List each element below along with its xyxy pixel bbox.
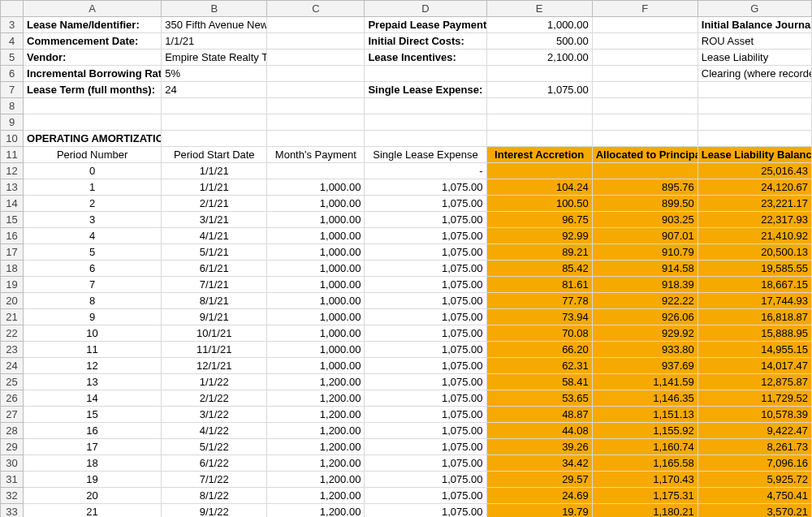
cell-G27[interactable]: 10,578.39 — [698, 407, 811, 423]
row-header-8[interactable]: 8 — [1, 98, 24, 114]
th-lease-liability-balance[interactable]: Lease Liability Balance — [698, 147, 811, 163]
cell-F27[interactable]: 1,151.13 — [592, 407, 698, 423]
cell-F28[interactable]: 1,155.92 — [592, 423, 698, 439]
cell-B20[interactable]: 8/1/21 — [162, 293, 267, 309]
cell-B7[interactable]: 24 — [162, 82, 267, 98]
cell-C10[interactable] — [267, 131, 365, 147]
cell-B15[interactable]: 3/1/21 — [162, 212, 267, 228]
cell-C30[interactable]: 1,200.00 — [267, 455, 365, 472]
row-header-21[interactable]: 21 — [1, 309, 24, 325]
row-header-22[interactable]: 22 — [1, 325, 24, 342]
cell-E23[interactable]: 66.20 — [486, 342, 592, 358]
cell-E13[interactable]: 104.24 — [486, 179, 592, 196]
cell-E8[interactable] — [486, 98, 592, 114]
cell-F17[interactable]: 910.79 — [592, 244, 698, 261]
th-single-lease-expense[interactable]: Single Lease Expense — [365, 147, 486, 163]
cell-D17[interactable]: 1,075.00 — [365, 244, 486, 261]
cell-G21[interactable]: 16,818.87 — [698, 309, 811, 325]
cell-F26[interactable]: 1,146.35 — [592, 390, 698, 407]
cell-D5[interactable]: Lease Incentives: — [365, 50, 486, 66]
cell-A26[interactable]: 14 — [24, 390, 162, 407]
cell-F18[interactable]: 914.58 — [592, 261, 698, 277]
cell-B22[interactable]: 10/1/21 — [162, 325, 267, 342]
spreadsheet[interactable]: A B C D E F G 3 Lease Name/Identifier: 3… — [0, 0, 812, 517]
cell-G8[interactable] — [698, 98, 811, 114]
cell-B21[interactable]: 9/1/21 — [162, 309, 267, 325]
cell-B26[interactable]: 2/1/22 — [162, 390, 267, 407]
cell-A21[interactable]: 9 — [24, 309, 162, 325]
cell-B14[interactable]: 2/1/21 — [162, 196, 267, 212]
cell-B8[interactable] — [162, 98, 267, 114]
col-header-B[interactable]: B — [162, 1, 267, 17]
cell-B24[interactable]: 12/1/21 — [162, 358, 267, 374]
row-header-33[interactable]: 33 — [1, 504, 24, 518]
cell-D33[interactable]: 1,075.00 — [365, 504, 486, 518]
cell-G5[interactable]: Lease Liability — [698, 50, 811, 66]
cell-B32[interactable]: 8/1/22 — [162, 488, 267, 504]
cell-E19[interactable]: 81.61 — [486, 277, 592, 293]
cell-E9[interactable] — [486, 114, 592, 131]
cell-D28[interactable]: 1,075.00 — [365, 423, 486, 439]
cell-G23[interactable]: 14,955.15 — [698, 342, 811, 358]
cell-E5[interactable]: 2,100.00 — [486, 50, 592, 66]
cell-E27[interactable]: 48.87 — [486, 407, 592, 423]
row-header-19[interactable]: 19 — [1, 277, 24, 293]
cell-F3[interactable] — [592, 17, 698, 33]
row-header-18[interactable]: 18 — [1, 261, 24, 277]
row-header-10[interactable]: 10 — [1, 131, 24, 147]
row-header-17[interactable]: 17 — [1, 244, 24, 261]
cell-F5[interactable] — [592, 50, 698, 66]
cell-B5[interactable]: Empire State Realty Trust — [162, 50, 267, 66]
cell-F23[interactable]: 933.80 — [592, 342, 698, 358]
cell-F14[interactable]: 899.50 — [592, 196, 698, 212]
cell-C12[interactable] — [267, 163, 365, 179]
cell-C28[interactable]: 1,200.00 — [267, 423, 365, 439]
cell-G26[interactable]: 11,729.52 — [698, 390, 811, 407]
row-header-25[interactable]: 25 — [1, 374, 24, 390]
cell-D19[interactable]: 1,075.00 — [365, 277, 486, 293]
cell-C16[interactable]: 1,000.00 — [267, 228, 365, 244]
row-header-30[interactable]: 30 — [1, 455, 24, 472]
cell-D16[interactable]: 1,075.00 — [365, 228, 486, 244]
cell-B18[interactable]: 6/1/21 — [162, 261, 267, 277]
cell-F4[interactable] — [592, 33, 698, 50]
cell-B19[interactable]: 7/1/21 — [162, 277, 267, 293]
cell-A19[interactable]: 7 — [24, 277, 162, 293]
row-header-7[interactable]: 7 — [1, 82, 24, 98]
cell-D10[interactable] — [365, 131, 486, 147]
cell-G14[interactable]: 23,221.17 — [698, 196, 811, 212]
row-header-5[interactable]: 5 — [1, 50, 24, 66]
cell-F29[interactable]: 1,160.74 — [592, 439, 698, 455]
cell-F30[interactable]: 1,165.58 — [592, 455, 698, 472]
cell-E4[interactable]: 500.00 — [486, 33, 592, 50]
cell-A32[interactable]: 20 — [24, 488, 162, 504]
cell-D20[interactable]: 1,075.00 — [365, 293, 486, 309]
cell-C7[interactable] — [267, 82, 365, 98]
cell-E17[interactable]: 89.21 — [486, 244, 592, 261]
cell-B33[interactable]: 9/1/22 — [162, 504, 267, 518]
cell-A23[interactable]: 11 — [24, 342, 162, 358]
row-header-11[interactable]: 11 — [1, 147, 24, 163]
cell-C6[interactable] — [267, 66, 365, 82]
col-header-G[interactable]: G — [698, 1, 811, 17]
row-header-9[interactable]: 9 — [1, 114, 24, 131]
cell-D9[interactable] — [365, 114, 486, 131]
cell-B12[interactable]: 1/1/21 — [162, 163, 267, 179]
cell-F19[interactable]: 918.39 — [592, 277, 698, 293]
cell-A31[interactable]: 19 — [24, 472, 162, 488]
th-period-start-date[interactable]: Period Start Date — [162, 147, 267, 163]
cell-G13[interactable]: 24,120.67 — [698, 179, 811, 196]
th-interest-accretion[interactable]: Interest Accretion — [486, 147, 592, 163]
cell-A7[interactable]: Lease Term (full months): — [24, 82, 162, 98]
row-header-3[interactable]: 3 — [1, 17, 24, 33]
cell-F20[interactable]: 922.22 — [592, 293, 698, 309]
row-header-27[interactable]: 27 — [1, 407, 24, 423]
cell-G17[interactable]: 20,500.13 — [698, 244, 811, 261]
col-header-D[interactable]: D — [365, 1, 486, 17]
cell-D24[interactable]: 1,075.00 — [365, 358, 486, 374]
cell-D30[interactable]: 1,075.00 — [365, 455, 486, 472]
cell-E12[interactable] — [486, 163, 592, 179]
row-header-24[interactable]: 24 — [1, 358, 24, 374]
cell-F7[interactable] — [592, 82, 698, 98]
cell-G22[interactable]: 15,888.95 — [698, 325, 811, 342]
